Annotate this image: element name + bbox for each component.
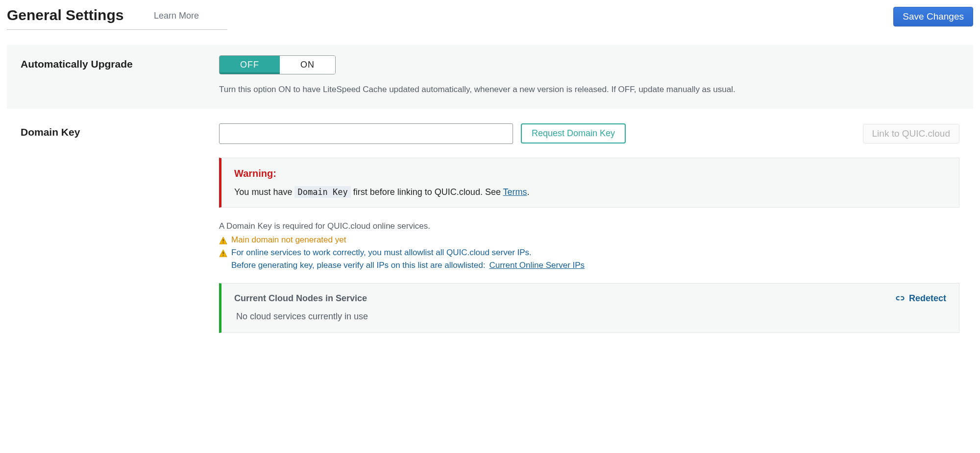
toggle-on[interactable]: ON	[280, 56, 335, 74]
request-domain-key-button[interactable]: Request Domain Key	[521, 123, 626, 143]
warning-period: .	[527, 187, 530, 197]
warning-box: Warning: You must have Domain Key first …	[219, 158, 959, 208]
svg-rect-1	[223, 239, 224, 241]
svg-rect-2	[223, 242, 224, 243]
warning-icon	[219, 237, 227, 245]
warn2-text: For online services to work correctly, y…	[231, 248, 532, 258]
warn1-text: Main domain not generated yet	[231, 235, 346, 245]
page-header: General Settings Learn More Save Changes	[7, 7, 973, 30]
warning-pre: You must have	[234, 187, 294, 197]
auto-upgrade-panel: Automatically Upgrade OFF ON Turn this o…	[7, 45, 973, 109]
warn-allowlist: For online services to work correctly, y…	[219, 248, 959, 258]
link-to-quic-cloud-button[interactable]: Link to QUIC.cloud	[863, 124, 959, 143]
learn-more-link[interactable]: Learn More	[154, 11, 199, 21]
auto-upgrade-label: Automatically Upgrade	[21, 55, 219, 70]
cloud-nodes-header: Current Cloud Nodes in Service Redetect	[234, 293, 946, 304]
toggle-off[interactable]: OFF	[220, 56, 280, 74]
redetect-label: Redetect	[909, 293, 946, 304]
link-icon	[895, 295, 905, 302]
save-changes-button[interactable]: Save Changes	[893, 7, 973, 26]
warning-text: You must have Domain Key first before li…	[234, 187, 946, 197]
terms-link[interactable]: Terms	[503, 187, 527, 197]
page-title: General Settings	[7, 7, 123, 23]
warning-title: Warning:	[234, 168, 946, 179]
auto-upgrade-desc: Turn this option ON to have LiteSpeed Ca…	[219, 83, 959, 96]
domain-key-section: Domain Key Request Domain Key Link to QU…	[7, 116, 973, 337]
cloud-nodes-title: Current Cloud Nodes in Service	[234, 293, 367, 304]
warn-domain-not-generated: Main domain not generated yet	[219, 235, 959, 245]
cloud-nodes-empty: No cloud services currently in use	[234, 311, 946, 322]
warn3-pre: Before generating key, please verify all…	[231, 261, 485, 270]
domain-key-hint: A Domain Key is required for QUIC.cloud …	[219, 221, 959, 231]
svg-rect-4	[223, 252, 224, 254]
redetect-button[interactable]: Redetect	[895, 293, 946, 304]
warning-icon	[219, 249, 227, 258]
warning-post: first before linking to QUIC.cloud. See	[351, 187, 503, 197]
page-title-wrap: General Settings Learn More	[7, 7, 227, 30]
domain-key-controls: Request Domain Key Link to QUIC.cloud	[219, 123, 959, 144]
auto-upgrade-toggle[interactable]: OFF ON	[219, 55, 336, 74]
warning-code-chip: Domain Key	[294, 186, 350, 198]
domain-key-label: Domain Key	[21, 123, 219, 138]
cloud-nodes-box: Current Cloud Nodes in Service Redetect …	[219, 283, 959, 333]
svg-rect-5	[223, 255, 224, 256]
domain-key-input[interactable]	[219, 123, 513, 144]
warn-verify-ips: Before generating key, please verify all…	[231, 261, 959, 270]
current-online-server-ips-link[interactable]: Current Online Server IPs	[489, 261, 585, 270]
